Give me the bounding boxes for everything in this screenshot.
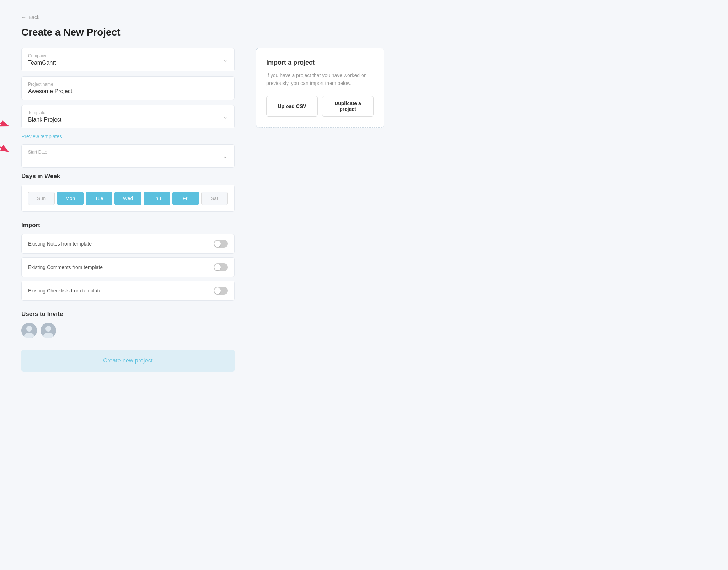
day-btn-tue[interactable]: Tue bbox=[86, 192, 112, 205]
toggle-notes[interactable] bbox=[214, 240, 228, 248]
back-link[interactable]: ← Back bbox=[21, 15, 39, 20]
day-btn-thu[interactable]: Thu bbox=[144, 192, 170, 205]
company-label: Company bbox=[28, 53, 228, 58]
svg-point-1 bbox=[26, 326, 32, 332]
svg-point-4 bbox=[46, 326, 51, 332]
start-date-value bbox=[28, 156, 228, 162]
back-label: Back bbox=[28, 15, 39, 20]
day-btn-mon[interactable]: Mon bbox=[57, 192, 84, 205]
template-label: Template bbox=[28, 110, 228, 115]
page-title: Create a New Project bbox=[21, 27, 707, 38]
toggle-label-checklists: Existing Checklists from template bbox=[28, 288, 101, 294]
company-value: TeamGantt bbox=[28, 60, 228, 66]
import-section-label: Import bbox=[21, 222, 235, 229]
users-section-label: Users to Invite bbox=[21, 311, 235, 318]
company-field[interactable]: Company TeamGantt ⌄ bbox=[21, 48, 235, 71]
toggle-label-notes: Existing Notes from template bbox=[28, 241, 92, 247]
project-name-value: Awesome Project bbox=[28, 88, 228, 95]
toggle-label-comments: Existing Comments from template bbox=[28, 264, 103, 270]
upload-csv-button[interactable]: Upload CSV bbox=[266, 96, 318, 117]
import-buttons: Upload CSV Duplicate a project bbox=[266, 96, 374, 117]
template-field[interactable]: Template Blank Project ⌄ bbox=[21, 105, 235, 128]
avatar-user1[interactable] bbox=[21, 323, 37, 338]
avatars-row bbox=[21, 323, 235, 338]
days-section-label: Days in Week bbox=[21, 173, 235, 180]
back-arrow-icon: ← bbox=[21, 15, 26, 20]
template-value: Blank Project bbox=[28, 117, 228, 123]
import-panel: Import a project If you have a project t… bbox=[256, 48, 384, 128]
project-name-label: Project name bbox=[28, 82, 228, 87]
day-btn-fri[interactable]: Fri bbox=[172, 192, 199, 205]
start-date-label: Start Date bbox=[28, 150, 228, 155]
day-btn-sun[interactable]: Sun bbox=[28, 192, 55, 205]
toggle-comments[interactable] bbox=[214, 263, 228, 271]
main-form: Company TeamGantt ⌄ Project name Awesome… bbox=[21, 48, 235, 372]
project-name-field[interactable]: Project name Awesome Project bbox=[21, 76, 235, 100]
avatar-user2[interactable] bbox=[41, 323, 56, 338]
preview-templates-link[interactable]: Preview templates bbox=[21, 134, 62, 139]
template-chevron-icon: ⌄ bbox=[223, 113, 228, 120]
users-section: Users to Invite bbox=[21, 311, 235, 338]
toggle-row-notes: Existing Notes from template bbox=[21, 234, 235, 254]
create-project-button[interactable]: Create new project bbox=[21, 350, 235, 372]
day-btn-wed[interactable]: Wed bbox=[114, 192, 141, 205]
toggle-checklists[interactable] bbox=[214, 287, 228, 295]
days-container: SunMonTueWedThuFriSat bbox=[21, 185, 235, 212]
toggle-row-checklists: Existing Checklists from template bbox=[21, 281, 235, 301]
days-row: SunMonTueWedThuFriSat bbox=[28, 192, 228, 205]
import-section: Import Existing Notes from templateExist… bbox=[21, 222, 235, 301]
day-btn-sat[interactable]: Sat bbox=[201, 192, 228, 205]
duplicate-project-button[interactable]: Duplicate a project bbox=[322, 96, 374, 117]
start-date-chevron-icon: ⌄ bbox=[223, 152, 228, 160]
company-chevron-icon: ⌄ bbox=[223, 56, 228, 64]
sidebar-panel: Import a project If you have a project t… bbox=[256, 48, 384, 128]
template-annotation: Template Blank Project ⌄ Preview templat… bbox=[21, 105, 235, 144]
import-panel-title: Import a project bbox=[266, 59, 374, 66]
start-date-field[interactable]: Start Date ⌄ bbox=[21, 144, 235, 168]
import-panel-description: If you have a project that you have work… bbox=[266, 71, 374, 87]
toggle-row-comments: Existing Comments from template bbox=[21, 257, 235, 277]
